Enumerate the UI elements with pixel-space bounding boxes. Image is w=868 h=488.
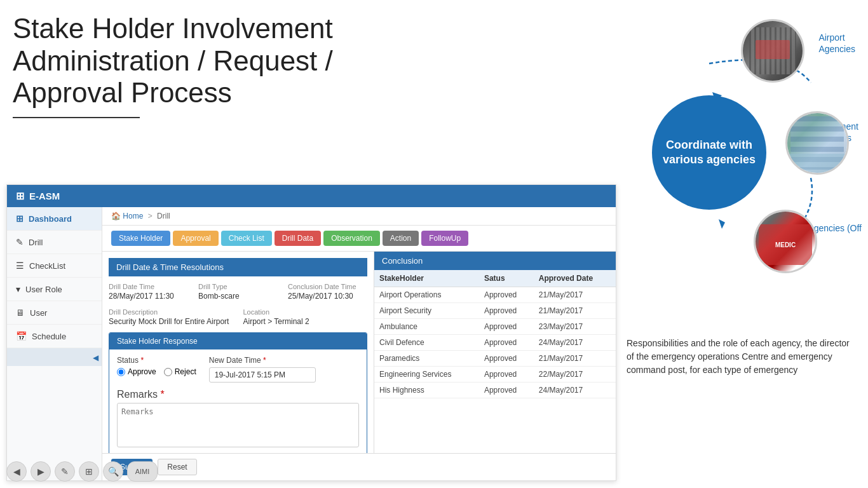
nav-aimi-button[interactable]: AIMI [127,461,158,482]
cell-stakeholder: His Highness [374,383,479,398]
cell-status: Approved [479,287,534,303]
sidebar-label-dashboard: Dashboard [29,214,72,224]
remarks-textarea[interactable] [117,403,359,447]
cell-date: 21/May/2017 [534,351,616,367]
radio-group[interactable]: Approve Reject [117,367,196,376]
table-row: Airport Security Approved 21/May/2017 [374,303,616,319]
nav-edit-button[interactable]: ✎ [55,461,75,482]
checklist-icon: ☰ [16,261,24,271]
cell-stakeholder: Airport Security [374,303,479,319]
drill-datetime-label: Drill Date Time [109,283,188,290]
nav-back-button[interactable]: ◀ [6,461,27,482]
reject-radio[interactable]: Reject [164,367,196,376]
cell-status: Approved [479,351,534,367]
location-label: Location [243,308,368,316]
nav-tabs: Stake Holder Approval Check List Drill D… [102,226,616,252]
tab-stakeholder[interactable]: Stake Holder [111,231,170,246]
new-datetime-field: New Date Time * [209,356,316,383]
drill-desc-label: Drill Description [109,308,233,316]
sidebar-label-drill: Drill [29,238,43,247]
conclusion-header: Conclusion [374,252,616,270]
chevron-down-icon: ▾ [16,284,20,294]
approve-radio-input[interactable] [117,368,125,376]
table-row: Paramedics Approved 21/May/2017 [374,351,616,367]
new-datetime-label: New Date Time * [209,356,316,365]
cell-stakeholder: Airport Operations [374,287,479,303]
breadcrumb: 🏠 Home > Drill [102,207,616,226]
dashboard-icon: ⊞ [16,214,24,224]
tab-checklist[interactable]: Check List [221,231,272,246]
tab-action[interactable]: Action [383,231,419,246]
airport-agencies-image [741,19,804,83]
response-header: Stake Holder Response [109,333,367,349]
approve-radio[interactable]: Approve [117,367,156,376]
sidebar-item-checklist[interactable]: ☰ CheckList [7,254,102,278]
diagram-area: Coordinate with various agencies Airport… [588,13,855,305]
datetime-input[interactable] [209,367,316,383]
tab-drilldata[interactable]: Drill Data [275,231,321,246]
location-field: Location Airport > Terminal 2 [243,308,368,326]
breadcrumb-current: Drill [157,212,170,220]
drill-icon: ✎ [16,237,24,247]
drill-datetime-value: 28/May/2017 11:30 [109,292,188,301]
section-header: Drill Date & Time Resolutions [109,258,367,276]
table-row: His Highness Approved 24/May/2017 [374,383,616,398]
sidebar-item-drill[interactable]: ✎ Drill [7,231,102,254]
conclusion-datetime-field: Conclusion Date Time 25/May/2017 10:30 [288,283,367,301]
breadcrumb-home[interactable]: Home [123,212,143,220]
content-panels: Drill Date & Time Resolutions Drill Date… [102,252,616,453]
nav-grid-button[interactable]: ⊞ [79,461,99,482]
tab-followup[interactable]: FollowUp [421,231,468,246]
drill-type-value: Bomb-scare [198,292,278,301]
app-window: ⊞ E-ASM ⊞ Dashboard ✎ Drill ☰ CheckList … [6,184,616,481]
right-panel: Conclusion StakeHolder Satus Approved Da… [374,252,616,453]
cell-status: Approved [479,319,534,335]
table-row: Engineering Services Approved 22/May/201… [374,367,616,383]
cell-date: 23/May/2017 [534,319,616,335]
sidebar-toggle[interactable]: ◀ [7,348,102,366]
svg-marker-2 [719,219,725,229]
sidebar-item-user[interactable]: 🖥 User [7,301,102,325]
drill-datetime-field: Drill Date Time 28/May/2017 11:30 [109,283,188,301]
app-body: ⊞ Dashboard ✎ Drill ☰ CheckList ▾ User R… [7,207,616,480]
sidebar-item-userrole[interactable]: ▾ User Role [7,278,102,301]
cell-date: 21/May/2017 [534,303,616,319]
status-row: Status * Approve [117,356,359,383]
tab-observation[interactable]: Observation [323,231,380,246]
cell-stakeholder: Civil Defence [374,335,479,351]
tab-approval[interactable]: Approval [173,231,218,246]
table-row: Ambulance Approved 23/May/2017 [374,319,616,335]
nav-search-button[interactable]: 🔍 [103,461,123,482]
app-title: E-ASM [29,191,60,201]
drill-desc-value: Security Mock Drill for Entire Airport [109,317,233,326]
sidebar-label-user: User [30,308,47,318]
sidebar-item-dashboard[interactable]: ⊞ Dashboard [7,207,102,231]
drill-type-label: Drill Type [198,283,278,290]
sidebar-label-schedule: Schedule [32,332,66,341]
user-icon: 🖥 [16,308,25,318]
govt-authorities-image [785,111,849,175]
col-status: Satus [479,270,534,287]
status-label: Status * [117,356,196,365]
nav-forward-button[interactable]: ▶ [31,461,51,482]
title-divider [13,117,140,118]
cell-status: Approved [479,335,534,351]
reject-radio-input[interactable] [164,368,172,376]
home-icon: 🏠 [111,212,121,220]
reset-button[interactable]: Reset [158,459,196,475]
cell-status: Approved [479,383,534,398]
sidebar-label-userrole: User Role [25,285,62,294]
footer-buttons: Submit Reset [102,453,616,480]
sidebar-item-schedule[interactable]: 📅 Schedule [7,325,102,348]
remarks-field: Remarks * [117,389,359,450]
app-header: ⊞ E-ASM [7,185,616,207]
cell-stakeholder: Engineering Services [374,367,479,383]
main-content: 🏠 Home > Drill Stake Holder Approval Che… [102,207,616,480]
status-field: Status * Approve [117,356,196,376]
conclusion-datetime-label: Conclusion Date Time [288,283,367,290]
toggle-icon[interactable]: ◀ [93,353,98,362]
cell-stakeholder: Paramedics [374,351,479,367]
conclusion-datetime-value: 25/May/2017 10:30 [288,292,367,301]
cell-date: 22/May/2017 [534,367,616,383]
schedule-icon: 📅 [16,331,27,341]
